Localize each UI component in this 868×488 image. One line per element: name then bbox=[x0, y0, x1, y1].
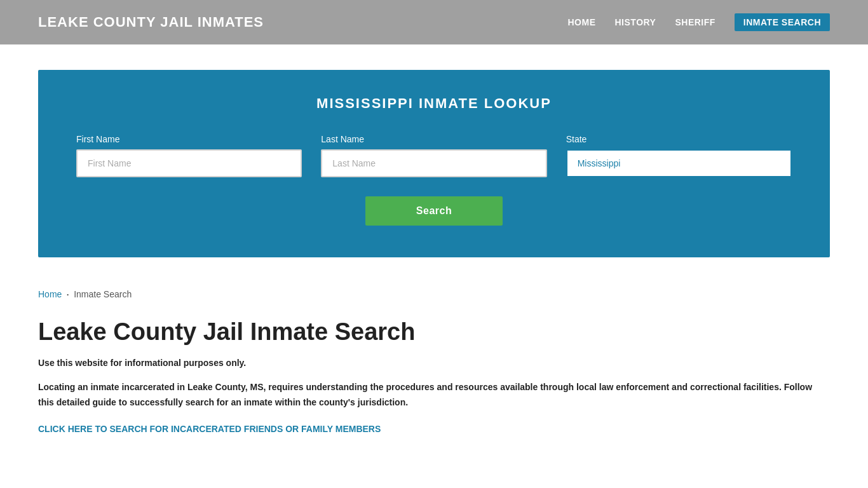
nav-inmate-search[interactable]: INMATE SEARCH bbox=[735, 13, 830, 31]
site-title: LEAKE COUNTY JAIL INMATES bbox=[38, 14, 264, 30]
site-header: LEAKE COUNTY JAIL INMATES HOME HISTORY S… bbox=[0, 0, 868, 44]
breadcrumb: Home • Inmate Search bbox=[0, 276, 868, 306]
nav-sheriff[interactable]: SHERIFF bbox=[675, 17, 715, 27]
search-button-row: Search bbox=[76, 196, 792, 226]
inmate-lookup-section: MISSISSIPPI INMATE LOOKUP First Name Las… bbox=[38, 70, 830, 257]
nav-history[interactable]: HISTORY bbox=[615, 17, 656, 27]
lookup-title: MISSISSIPPI INMATE LOOKUP bbox=[76, 95, 792, 112]
main-nav: HOME HISTORY SHERIFF INMATE SEARCH bbox=[568, 13, 831, 31]
breadcrumb-separator: • bbox=[67, 292, 69, 297]
nav-home[interactable]: HOME bbox=[568, 17, 596, 27]
last-name-group: Last Name bbox=[321, 134, 546, 177]
search-button[interactable]: Search bbox=[365, 196, 503, 226]
last-name-label: Last Name bbox=[321, 134, 546, 144]
state-group: State bbox=[566, 134, 792, 177]
state-input[interactable] bbox=[566, 149, 792, 177]
search-fields-row: First Name Last Name State bbox=[76, 134, 792, 177]
last-name-input[interactable] bbox=[321, 149, 546, 177]
first-name-input[interactable] bbox=[76, 149, 302, 177]
info-line-1: Use this website for informational purpo… bbox=[38, 356, 830, 370]
page-title: Leake County Jail Inmate Search bbox=[38, 318, 830, 346]
main-content: Leake County Jail Inmate Search Use this… bbox=[0, 306, 868, 460]
info-paragraph: Locating an inmate incarcerated in Leake… bbox=[38, 380, 830, 410]
state-label: State bbox=[566, 134, 792, 144]
first-name-group: First Name bbox=[76, 134, 302, 177]
first-name-label: First Name bbox=[76, 134, 302, 144]
breadcrumb-home-link[interactable]: Home bbox=[38, 289, 62, 299]
breadcrumb-current: Inmate Search bbox=[74, 289, 132, 299]
search-link[interactable]: CLICK HERE to Search for Incarcerated Fr… bbox=[38, 424, 381, 434]
